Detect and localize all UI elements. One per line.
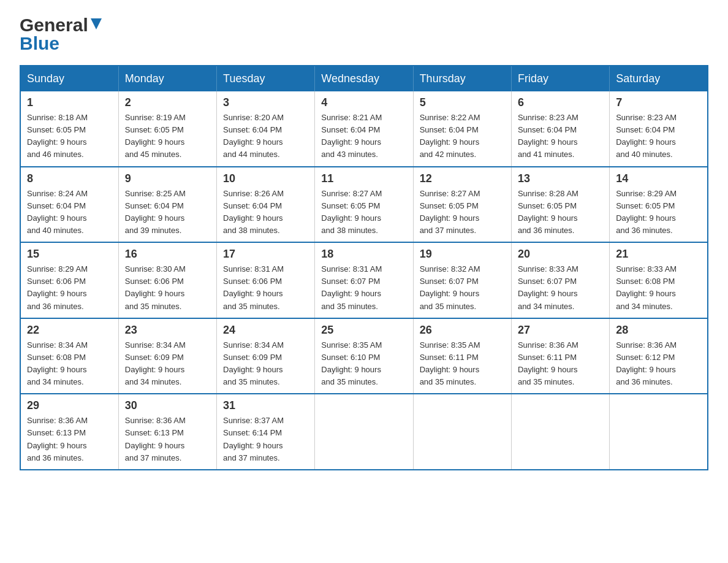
day-number: 20 [518, 248, 603, 261]
day-info: Sunrise: 8:23 AM Sunset: 6:04 PM Dayligh… [518, 112, 603, 161]
day-info: Sunrise: 8:33 AM Sunset: 6:07 PM Dayligh… [518, 263, 603, 313]
col-header-thursday: Thursday [413, 66, 511, 91]
day-info: Sunrise: 8:35 AM Sunset: 6:10 PM Dayligh… [321, 339, 406, 389]
day-number: 26 [420, 324, 505, 337]
calendar-day-cell: 19 Sunrise: 8:32 AM Sunset: 6:07 PM Dayl… [413, 242, 511, 318]
day-info: Sunrise: 8:34 AM Sunset: 6:08 PM Dayligh… [27, 339, 112, 389]
day-number: 15 [27, 248, 112, 261]
day-number: 13 [518, 172, 603, 185]
day-number: 18 [321, 248, 406, 261]
calendar-day-cell: 14 Sunrise: 8:29 AM Sunset: 6:05 PM Dayl… [610, 167, 708, 243]
calendar-day-cell: 3 Sunrise: 8:20 AM Sunset: 6:04 PM Dayli… [217, 91, 315, 167]
day-info: Sunrise: 8:29 AM Sunset: 6:06 PM Dayligh… [27, 263, 112, 313]
calendar-day-cell: 15 Sunrise: 8:29 AM Sunset: 6:06 PM Dayl… [20, 242, 118, 318]
day-info: Sunrise: 8:18 AM Sunset: 6:05 PM Dayligh… [27, 112, 112, 161]
day-number: 23 [125, 324, 210, 337]
col-header-tuesday: Tuesday [217, 66, 315, 91]
col-header-friday: Friday [511, 66, 609, 91]
calendar-day-cell: 12 Sunrise: 8:27 AM Sunset: 6:05 PM Dayl… [413, 167, 511, 243]
day-number: 11 [321, 172, 406, 185]
day-info: Sunrise: 8:31 AM Sunset: 6:07 PM Dayligh… [321, 263, 406, 313]
day-info: Sunrise: 8:33 AM Sunset: 6:08 PM Dayligh… [616, 263, 701, 313]
day-number: 27 [518, 324, 603, 337]
day-info: Sunrise: 8:32 AM Sunset: 6:07 PM Dayligh… [420, 263, 505, 313]
calendar-week-row: 29 Sunrise: 8:36 AM Sunset: 6:13 PM Dayl… [20, 394, 708, 470]
day-info: Sunrise: 8:29 AM Sunset: 6:05 PM Dayligh… [616, 188, 701, 237]
col-header-monday: Monday [118, 66, 216, 91]
calendar-day-cell: 28 Sunrise: 8:36 AM Sunset: 6:12 PM Dayl… [610, 318, 708, 394]
calendar-day-cell: 27 Sunrise: 8:36 AM Sunset: 6:11 PM Dayl… [511, 318, 609, 394]
calendar-table: SundayMondayTuesdayWednesdayThursdayFrid… [20, 65, 708, 470]
day-info: Sunrise: 8:34 AM Sunset: 6:09 PM Dayligh… [125, 339, 210, 389]
day-info: Sunrise: 8:23 AM Sunset: 6:04 PM Dayligh… [616, 112, 701, 161]
calendar-day-cell: 7 Sunrise: 8:23 AM Sunset: 6:04 PM Dayli… [610, 91, 708, 167]
logo-blue-text: Blue [20, 33, 59, 54]
day-number: 21 [616, 248, 701, 261]
logo: General Blue [20, 15, 103, 54]
day-number: 3 [223, 96, 308, 109]
calendar-week-row: 15 Sunrise: 8:29 AM Sunset: 6:06 PM Dayl… [20, 242, 708, 318]
calendar-day-cell: 8 Sunrise: 8:24 AM Sunset: 6:04 PM Dayli… [20, 167, 118, 243]
day-info: Sunrise: 8:36 AM Sunset: 6:13 PM Dayligh… [125, 415, 210, 464]
day-number: 10 [223, 172, 308, 185]
calendar-week-row: 8 Sunrise: 8:24 AM Sunset: 6:04 PM Dayli… [20, 167, 708, 243]
page-header: General Blue [20, 15, 708, 54]
day-info: Sunrise: 8:26 AM Sunset: 6:04 PM Dayligh… [223, 188, 308, 237]
calendar-day-cell: 21 Sunrise: 8:33 AM Sunset: 6:08 PM Dayl… [610, 242, 708, 318]
day-number: 1 [27, 96, 112, 109]
day-number: 5 [420, 96, 505, 109]
day-info: Sunrise: 8:24 AM Sunset: 6:04 PM Dayligh… [27, 188, 112, 237]
calendar-empty-cell [413, 394, 511, 470]
logo-general-text: General [20, 15, 88, 36]
calendar-day-cell: 9 Sunrise: 8:25 AM Sunset: 6:04 PM Dayli… [118, 167, 216, 243]
calendar-day-cell: 1 Sunrise: 8:18 AM Sunset: 6:05 PM Dayli… [20, 91, 118, 167]
day-number: 31 [223, 399, 308, 412]
calendar-week-row: 22 Sunrise: 8:34 AM Sunset: 6:08 PM Dayl… [20, 318, 708, 394]
calendar-day-cell: 20 Sunrise: 8:33 AM Sunset: 6:07 PM Dayl… [511, 242, 609, 318]
calendar-day-cell: 2 Sunrise: 8:19 AM Sunset: 6:05 PM Dayli… [118, 91, 216, 167]
calendar-day-cell: 31 Sunrise: 8:37 AM Sunset: 6:14 PM Dayl… [217, 394, 315, 470]
day-info: Sunrise: 8:28 AM Sunset: 6:05 PM Dayligh… [518, 188, 603, 237]
day-number: 25 [321, 324, 406, 337]
day-number: 6 [518, 96, 603, 109]
calendar-day-cell: 16 Sunrise: 8:30 AM Sunset: 6:06 PM Dayl… [118, 242, 216, 318]
day-number: 14 [616, 172, 701, 185]
logo-triangle-icon [89, 17, 103, 31]
calendar-day-cell: 6 Sunrise: 8:23 AM Sunset: 6:04 PM Dayli… [511, 91, 609, 167]
day-info: Sunrise: 8:21 AM Sunset: 6:04 PM Dayligh… [321, 112, 406, 161]
day-number: 17 [223, 248, 308, 261]
day-info: Sunrise: 8:30 AM Sunset: 6:06 PM Dayligh… [125, 263, 210, 313]
day-number: 12 [420, 172, 505, 185]
day-number: 2 [125, 96, 210, 109]
calendar-day-cell: 10 Sunrise: 8:26 AM Sunset: 6:04 PM Dayl… [217, 167, 315, 243]
day-number: 30 [125, 399, 210, 412]
day-info: Sunrise: 8:34 AM Sunset: 6:09 PM Dayligh… [223, 339, 308, 389]
col-header-wednesday: Wednesday [315, 66, 413, 91]
day-info: Sunrise: 8:36 AM Sunset: 6:13 PM Dayligh… [27, 415, 112, 464]
day-info: Sunrise: 8:36 AM Sunset: 6:11 PM Dayligh… [518, 339, 603, 389]
calendar-day-cell: 26 Sunrise: 8:35 AM Sunset: 6:11 PM Dayl… [413, 318, 511, 394]
day-info: Sunrise: 8:36 AM Sunset: 6:12 PM Dayligh… [616, 339, 701, 389]
day-number: 19 [420, 248, 505, 261]
day-number: 24 [223, 324, 308, 337]
day-info: Sunrise: 8:35 AM Sunset: 6:11 PM Dayligh… [420, 339, 505, 389]
calendar-day-cell: 23 Sunrise: 8:34 AM Sunset: 6:09 PM Dayl… [118, 318, 216, 394]
day-info: Sunrise: 8:19 AM Sunset: 6:05 PM Dayligh… [125, 112, 210, 161]
day-number: 7 [616, 96, 701, 109]
calendar-day-cell: 24 Sunrise: 8:34 AM Sunset: 6:09 PM Dayl… [217, 318, 315, 394]
calendar-day-cell: 4 Sunrise: 8:21 AM Sunset: 6:04 PM Dayli… [315, 91, 413, 167]
day-number: 4 [321, 96, 406, 109]
calendar-week-row: 1 Sunrise: 8:18 AM Sunset: 6:05 PM Dayli… [20, 91, 708, 167]
calendar-day-cell: 29 Sunrise: 8:36 AM Sunset: 6:13 PM Dayl… [20, 394, 118, 470]
col-header-saturday: Saturday [610, 66, 708, 91]
day-info: Sunrise: 8:31 AM Sunset: 6:06 PM Dayligh… [223, 263, 308, 313]
day-number: 28 [616, 324, 701, 337]
day-info: Sunrise: 8:37 AM Sunset: 6:14 PM Dayligh… [223, 415, 308, 464]
day-info: Sunrise: 8:22 AM Sunset: 6:04 PM Dayligh… [420, 112, 505, 161]
calendar-empty-cell [511, 394, 609, 470]
calendar-day-cell: 25 Sunrise: 8:35 AM Sunset: 6:10 PM Dayl… [315, 318, 413, 394]
day-info: Sunrise: 8:20 AM Sunset: 6:04 PM Dayligh… [223, 112, 308, 161]
calendar-day-cell: 30 Sunrise: 8:36 AM Sunset: 6:13 PM Dayl… [118, 394, 216, 470]
calendar-day-cell: 11 Sunrise: 8:27 AM Sunset: 6:05 PM Dayl… [315, 167, 413, 243]
calendar-header-row: SundayMondayTuesdayWednesdayThursdayFrid… [20, 66, 708, 91]
